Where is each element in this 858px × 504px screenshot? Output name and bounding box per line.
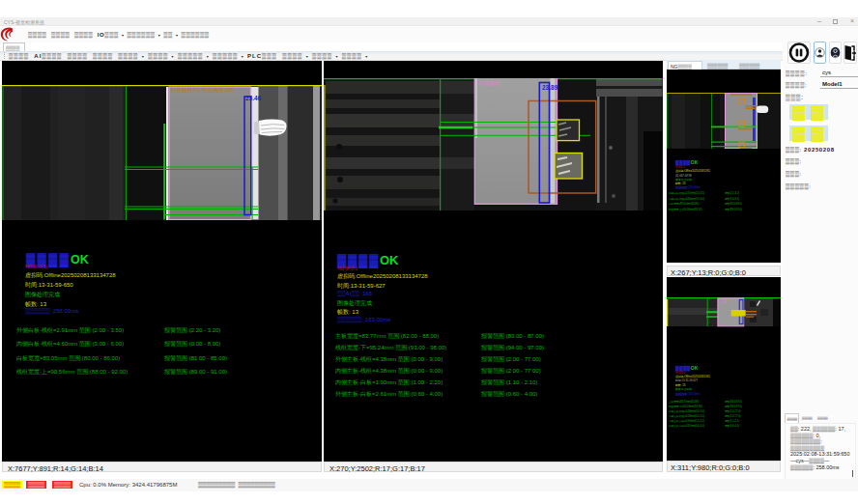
svg-text:AI检测框: AI检测框	[478, 80, 500, 87]
svg-text:2.9: 2.9	[721, 299, 728, 304]
svg-text:23.89: 23.89	[542, 84, 558, 91]
svg-text:25.46: 25.46	[245, 95, 262, 101]
svg-text:灯珠阈值:93, 动态阈值:100: 灯珠阈值:93, 动态阈值:100	[171, 87, 234, 94]
